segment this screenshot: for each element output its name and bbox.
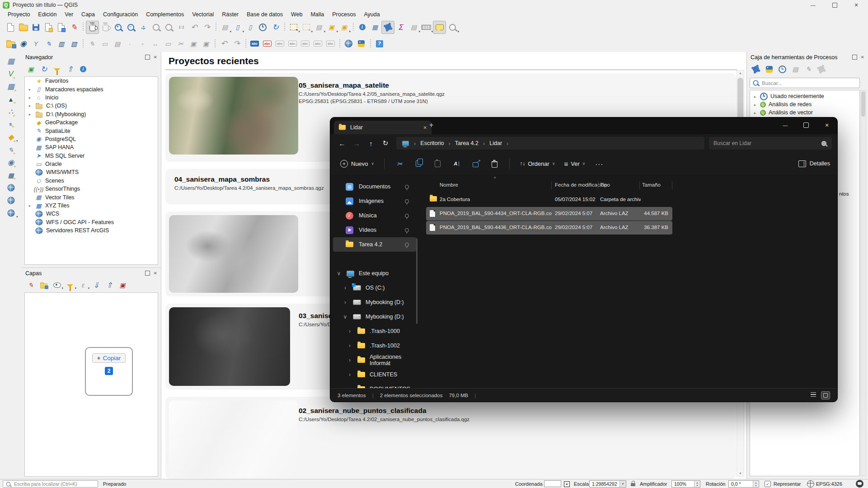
show-spatial-bookmarks[interactable]: ▯ [244, 21, 256, 33]
remove-layer[interactable]: ▣ [117, 280, 128, 291]
map-tips[interactable] [433, 21, 446, 34]
pin-labels[interactable]: abc [274, 38, 286, 50]
pan-map[interactable] [86, 21, 99, 34]
help-contents[interactable]: ? [373, 38, 385, 50]
expand-all[interactable]: ⇓ [91, 280, 102, 291]
crs-status[interactable]: EPSG:4326 [816, 481, 842, 487]
recent-project-card[interactable]: 02_sanisera_nube_puntos_clasificada C:/U… [165, 397, 736, 479]
panel-close-button[interactable]: ✕ [154, 55, 157, 60]
processing-group[interactable]: Análisis de vector [750, 108, 859, 117]
browser-item[interactable]: WCS [25, 210, 158, 218]
show-sum-statistics[interactable]: Σ [395, 21, 407, 33]
layout-manager[interactable] [55, 21, 67, 33]
menu-item[interactable]: Procesos [328, 11, 360, 18]
column-divider[interactable] [598, 181, 598, 189]
expand-arrow-icon[interactable]: ▸ [28, 95, 32, 100]
column-header-size[interactable]: Tamaño [642, 182, 661, 188]
chevron-icon[interactable]: ∨ [342, 314, 348, 320]
nav-pinned-item[interactable]: Vídeos [333, 223, 416, 237]
expand-arrow-icon[interactable] [753, 109, 757, 116]
add-record[interactable]: ▤ [111, 38, 123, 50]
file-row[interactable]: PNOA_2019_BAL_590-4436_ORT-CLA-RGB.copc.… [426, 221, 672, 235]
add-selected-layers[interactable]: ▣ [25, 64, 36, 75]
explorer-maximize-button[interactable] [796, 117, 816, 133]
column-header-date[interactable]: Fecha de modificación [555, 182, 607, 188]
models[interactable] [751, 64, 761, 75]
copy-button[interactable] [411, 156, 426, 171]
add-geopackage-layer[interactable]: ◆ [5, 131, 17, 143]
browser-item[interactable]: ✎ SpatiaLite [25, 127, 158, 135]
expand-arrow-icon[interactable]: ▸ [28, 103, 32, 108]
add-spatialite-layer[interactable]: ✎ [5, 144, 17, 155]
refresh-browser[interactable]: ↻ [38, 64, 49, 75]
collapse-all-layers[interactable]: ⇑ [104, 280, 115, 291]
add-wfs-layer[interactable] [5, 195, 17, 206]
nav-tree-item[interactable]: › CLIENTES [330, 367, 419, 382]
file-row[interactable]: 2a Cobertura 05/07/2024 15:02 Carpeta de… [426, 193, 672, 206]
chevron-icon[interactable]: › [347, 371, 353, 378]
window-minimize-button[interactable]: — [803, 0, 823, 10]
add-layer-group[interactable] [5, 38, 17, 50]
panel-close-button[interactable]: ✕ [861, 55, 864, 60]
up-button[interactable]: ↑ [365, 140, 377, 147]
processing-group[interactable]: Usado recientemente [750, 92, 859, 100]
new-project[interactable] [5, 21, 17, 33]
filter-browser[interactable] [52, 64, 62, 75]
zoom-native[interactable]: 1:1 [175, 21, 188, 33]
breadcrumb-item[interactable]: Lidar [489, 140, 502, 146]
browser-item[interactable]: ➤ MS SQL Server [25, 152, 158, 160]
details-view-button[interactable] [809, 391, 817, 399]
new-button[interactable]: + Nuevo ∨ [338, 156, 377, 171]
pin-icon[interactable] [405, 243, 409, 247]
expand-arrow-icon[interactable]: ▸ [28, 112, 32, 117]
temporal-controller[interactable] [257, 21, 269, 33]
nav-tree-item[interactable]: ∨ Este equipo [330, 266, 419, 281]
browser-item[interactable]: ▸ ▯ Marcadores espaciales [25, 85, 158, 93]
collapse-all[interactable]: ⇑ [65, 64, 75, 75]
menu-item[interactable]: Configuración [99, 11, 142, 18]
scroll-up-icon[interactable]: ▲ [737, 70, 744, 76]
move-label[interactable]: abc [299, 38, 311, 50]
measure[interactable] [420, 21, 432, 33]
browser-properties[interactable] [78, 64, 89, 75]
paste-button[interactable] [430, 156, 445, 171]
nav-tree-item[interactable]: › OS (C:) [330, 281, 419, 295]
breadcrumb-item[interactable]: Escritorio [420, 140, 444, 146]
add-point-feature[interactable]: ∙ [124, 38, 136, 50]
results-viewer[interactable]: ▤ [790, 64, 801, 75]
dropdown-arrow-icon[interactable]: ▾ [619, 481, 626, 487]
new-spatial-bookmark[interactable]: ▯ [231, 21, 244, 33]
new-print-layout[interactable] [42, 21, 55, 33]
explorer-minimize-button[interactable]: — [775, 117, 796, 133]
pan-to-selection[interactable] [99, 21, 112, 33]
add-delimited-text-layer[interactable]: 9, [5, 119, 17, 130]
georeferencer[interactable]: ◉ [17, 38, 29, 50]
select-features[interactable] [287, 21, 300, 33]
browser-item[interactable]: ◇ Scenes [25, 177, 158, 185]
pin-icon[interactable] [405, 199, 409, 203]
delete-selected[interactable]: ▭ [162, 38, 174, 50]
annotation-tools[interactable]: ✎ [42, 38, 55, 50]
add-hana-layer[interactable]: ▦ [5, 169, 17, 181]
window-close-button[interactable]: ✕ [846, 0, 866, 10]
paste-map-features[interactable]: ▣ [338, 21, 350, 33]
menu-item[interactable]: Base de datos [243, 11, 287, 18]
zoom-to-selection[interactable] [150, 21, 162, 33]
virtual-layer[interactable]: ▧ [68, 38, 80, 50]
copy-map-features[interactable]: ▣ [325, 21, 338, 33]
explorer-search-input[interactable]: Buscar en Lidar [709, 137, 832, 150]
chevron-icon[interactable]: › [347, 328, 353, 334]
browser-item[interactable]: ◉ PostgreSQL [25, 135, 158, 143]
nav-pinned-item[interactable]: Documentos [333, 179, 416, 194]
menu-item[interactable]: Edición [34, 11, 61, 18]
add-point-cloud-layer[interactable]: ∴ [5, 106, 17, 117]
spin-arrows-icon[interactable]: ▲▼ [753, 481, 759, 487]
zoom-last[interactable]: ↶ [188, 21, 200, 33]
save-project[interactable] [30, 21, 42, 33]
pin-icon[interactable] [405, 185, 409, 189]
expand-arrow-icon[interactable]: ▸ [28, 87, 32, 92]
statistical-summary[interactable]: ▦ [369, 21, 381, 33]
undo[interactable]: ↶ [218, 38, 230, 50]
menu-item[interactable]: Malla [306, 11, 328, 18]
details-toggle[interactable]: Detalles [798, 160, 830, 167]
